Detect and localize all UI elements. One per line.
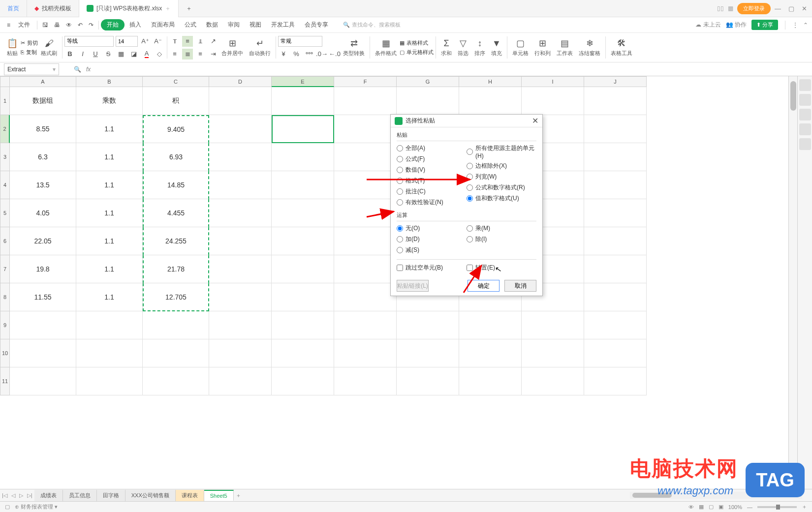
tab-file[interactable]: [只读] WPS表格教程.xlsx ＋ [79,0,179,17]
font-size-select[interactable] [116,36,138,47]
cell-E9[interactable] [272,311,334,339]
cell-C3[interactable]: 6.93 [143,143,209,171]
cell-J10[interactable] [584,339,647,367]
status-report[interactable]: ⊕ 财务报表管理 ▾ [15,503,58,511]
menu-insert[interactable]: 插入 [125,21,146,29]
ribbon-format-painter[interactable]: 🖌 格式刷 [38,38,60,57]
ribbon-copy[interactable]: ⎘复制 [21,49,38,56]
col-header-H[interactable]: H [459,76,522,87]
cell-E5[interactable] [272,199,334,227]
radio-formula[interactable]: 公式(F) [397,155,467,163]
cell-B10[interactable] [76,339,143,367]
zoom-in-icon[interactable]: ＋ [802,503,807,511]
align-right-icon[interactable]: ≡ [195,49,206,60]
cell-D2[interactable] [209,115,272,143]
column-headers[interactable]: ABCDEFGHIJ [10,76,647,87]
cell-B3[interactable]: 1.1 [76,143,143,171]
row-header-5[interactable]: 5 [0,199,10,227]
share-button[interactable]: ⬆ 分享 [751,20,778,30]
increase-font-icon[interactable]: A⁺ [140,36,151,47]
cell-H9[interactable] [459,311,522,339]
menu-start[interactable]: 开始 [101,19,125,30]
cell-B11[interactable] [76,367,143,395]
cell-C10[interactable] [143,339,209,367]
cell-D1[interactable] [209,87,272,115]
cell-A8[interactable]: 11.55 [10,283,76,311]
name-box[interactable]: Extract▾ [4,63,59,75]
cell-C5[interactable]: 4.455 [143,199,209,227]
fx-icon[interactable]: fx [86,66,91,73]
cell-A4[interactable]: 13.5 [10,171,76,199]
tab-templates[interactable]: ◆找稻壳模板 [27,0,79,17]
sheet-add-icon[interactable]: ＋ [234,492,243,499]
cell-E11[interactable] [272,367,334,395]
qat-preview-icon[interactable]: 👁 [63,20,75,30]
ribbon-cut[interactable]: ✂剪切 [21,39,38,47]
ribbon-fill[interactable]: ▼填充 [488,38,505,57]
currency-icon[interactable]: ¥ [278,49,289,60]
radio-vnf[interactable]: 值和数字格式(U) [467,194,536,203]
cell-E1[interactable] [272,87,334,115]
menu-formula[interactable]: 公式 [180,21,201,29]
align-bottom-icon[interactable]: ⫫ [195,36,206,47]
cell-J8[interactable] [584,283,647,311]
radio-fnf[interactable]: 公式和数字格式(R) [467,183,536,192]
col-header-F[interactable]: F [334,76,397,87]
cell-H11[interactable] [459,367,522,395]
zoom-out-icon[interactable]: — [747,504,752,510]
ribbon-paste[interactable]: 📋 粘贴 [4,38,21,57]
orientation-icon[interactable]: ↗ [208,36,219,47]
cloud-status[interactable]: ☁ 未上云 [695,21,720,29]
view-mode2-icon[interactable]: ▢ [709,504,714,510]
qat-print-icon[interactable]: 🖶 [51,20,63,30]
cell-B2[interactable]: 1.1 [76,115,143,143]
ribbon-filter[interactable]: ▽筛选 [455,38,471,57]
cell-A7[interactable]: 19.8 [10,255,76,283]
ribbon-freeze[interactable]: ❄冻结窗格 [576,38,603,57]
qat-undo-icon[interactable]: ↶ [75,20,86,30]
ribbon-table-style[interactable]: ▦表格样式 [400,39,434,47]
bold-icon[interactable]: B [64,49,75,60]
cell-B6[interactable]: 1.1 [76,227,143,255]
cell-C11[interactable] [143,367,209,395]
cell-E10[interactable] [272,339,334,367]
cell-F10[interactable] [334,339,397,367]
cell-F7[interactable] [334,255,397,283]
row-header-10[interactable]: 10 [0,339,10,367]
qat-redo-icon[interactable]: ↷ [86,20,96,30]
checkbox-skip-blank[interactable]: 跳过空单元(B) [397,264,467,272]
side-icon-2[interactable] [799,94,811,106]
cell-F5[interactable] [334,199,397,227]
minimize-icon[interactable]: — [775,5,781,12]
cell-A11[interactable] [10,367,76,395]
menu-file[interactable]: 文件 [13,21,35,29]
sheet-nav-first[interactable]: |◁ [0,492,9,499]
cell-F1[interactable] [334,87,397,115]
cell-I1[interactable] [522,87,584,115]
underline-icon[interactable]: U [90,49,101,60]
ribbon-wrap[interactable]: ↵ 自动换行 [246,38,274,57]
row-headers[interactable]: 1234567891011 [0,87,10,395]
sheet-nav-next[interactable]: ▷ [17,492,25,499]
radio-calc-mul[interactable]: 乘(M) [467,224,536,233]
zoom-level[interactable]: 100% [728,504,742,510]
cell-F4[interactable] [334,171,397,199]
cell-G1[interactable] [397,87,459,115]
radio-batch[interactable]: 批注(C) [397,187,467,196]
cell-F3[interactable] [334,143,397,171]
sheet-tab-5[interactable]: 课程表 [176,490,204,501]
row-header-8[interactable]: 8 [0,283,10,311]
collapse-ribbon-icon[interactable]: ⌃ [803,22,808,29]
zoom-slider[interactable] [757,506,797,508]
vertical-scrollbar[interactable] [788,76,797,489]
cell-J4[interactable] [584,171,647,199]
dec-decimal-icon[interactable]: ←.0 [329,49,340,60]
menu-review[interactable]: 审阅 [223,21,245,29]
view-normal-icon[interactable]: 👁 [688,504,694,510]
cell-J1[interactable] [584,87,647,115]
sheet-tab-2[interactable]: 员工信息 [63,490,97,501]
row-header-3[interactable]: 3 [0,143,10,171]
cell-J11[interactable] [584,367,647,395]
tab-home[interactable]: 首页 [0,0,27,17]
cell-E7[interactable] [272,255,334,283]
